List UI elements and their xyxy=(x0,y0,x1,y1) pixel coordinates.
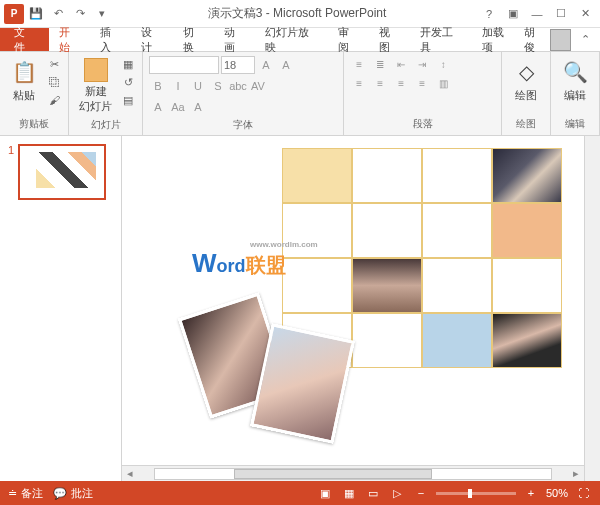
align-left-icon[interactable]: ≡ xyxy=(350,75,368,91)
help-icon[interactable]: ? xyxy=(478,3,500,25)
underline-button[interactable]: U xyxy=(189,77,207,95)
layout-icon[interactable]: ▦ xyxy=(120,56,136,72)
close-icon[interactable]: ✕ xyxy=(574,3,596,25)
tab-insert[interactable]: 插入 xyxy=(90,28,131,51)
maximize-icon[interactable]: ☐ xyxy=(550,3,572,25)
comments-button[interactable]: 💬批注 xyxy=(53,486,93,501)
justify-icon[interactable]: ≡ xyxy=(413,75,431,91)
grid-cell[interactable] xyxy=(422,203,492,258)
clear-format-button[interactable]: A xyxy=(189,98,207,116)
zoom-thumb[interactable] xyxy=(468,489,472,498)
zoom-slider[interactable] xyxy=(436,492,516,495)
tab-slideshow[interactable]: 幻灯片放映 xyxy=(255,28,328,51)
cut-icon[interactable]: ✂ xyxy=(46,56,62,72)
new-slide-button[interactable]: 新建 幻灯片 xyxy=(75,56,116,116)
notes-button[interactable]: ≐备注 xyxy=(8,486,43,501)
slide[interactable]: www.wordlm.com Word联盟 xyxy=(182,148,572,428)
drawing-button[interactable]: ◇ 绘图 xyxy=(508,56,544,105)
spacing-button[interactable]: AV xyxy=(249,77,267,95)
tab-review[interactable]: 审阅 xyxy=(328,28,369,51)
numbering-icon[interactable]: ≣ xyxy=(371,56,389,72)
scroll-right-icon[interactable]: ▸ xyxy=(568,466,584,482)
minimize-icon[interactable]: — xyxy=(526,3,548,25)
sorter-view-icon[interactable]: ▦ xyxy=(340,485,358,501)
ribbon-options-icon[interactable]: ▣ xyxy=(502,3,524,25)
fit-window-icon[interactable]: ⛶ xyxy=(574,485,592,501)
normal-view-icon[interactable]: ▣ xyxy=(316,485,334,501)
paste-button[interactable]: 📋 粘贴 xyxy=(6,56,42,105)
tab-developer[interactable]: 开发工具 xyxy=(410,28,472,51)
bold-button[interactable]: B xyxy=(149,77,167,95)
thumbnail-item[interactable]: 1 xyxy=(8,144,113,200)
case-button[interactable]: Aa xyxy=(169,98,187,116)
grid-photo[interactable] xyxy=(492,313,562,368)
slideshow-view-icon[interactable]: ▷ xyxy=(388,485,406,501)
indent-inc-icon[interactable]: ⇥ xyxy=(413,56,431,72)
group-label: 字体 xyxy=(149,118,337,132)
grid-cell[interactable] xyxy=(352,148,422,203)
user-avatar[interactable] xyxy=(550,29,571,51)
font-color-button[interactable]: A xyxy=(149,98,167,116)
zoom-in-icon[interactable]: + xyxy=(522,485,540,501)
grid-cell[interactable] xyxy=(282,148,352,203)
font-family-select[interactable] xyxy=(149,56,219,74)
shapes-icon: ◇ xyxy=(512,58,540,86)
strike-button[interactable]: S xyxy=(209,77,227,95)
qat-more-icon[interactable]: ▾ xyxy=(92,4,112,24)
tab-transitions[interactable]: 切换 xyxy=(173,28,214,51)
scroll-thumb[interactable] xyxy=(234,469,432,479)
bullets-icon[interactable]: ≡ xyxy=(350,56,368,72)
collapse-ribbon-icon[interactable]: ⌃ xyxy=(577,33,594,46)
section-icon[interactable]: ▤ xyxy=(120,92,136,108)
shadow-button[interactable]: abc xyxy=(229,77,247,95)
grid-photo[interactable] xyxy=(492,148,562,203)
file-tab[interactable]: 文件 xyxy=(0,28,49,51)
scroll-left-icon[interactable]: ◂ xyxy=(122,466,138,482)
grid-cell[interactable] xyxy=(422,313,492,368)
tab-view[interactable]: 视图 xyxy=(369,28,410,51)
shrink-font-icon[interactable]: A xyxy=(277,56,295,74)
zoom-value[interactable]: 50% xyxy=(546,487,568,499)
tab-home[interactable]: 开始 xyxy=(49,28,90,51)
canvas-area[interactable]: www.wordlm.com Word联盟 ◂ ▸ xyxy=(122,136,584,481)
editing-button[interactable]: 🔍 编辑 xyxy=(557,56,593,105)
zoom-out-icon[interactable]: − xyxy=(412,485,430,501)
app-icon[interactable]: P xyxy=(4,4,24,24)
watermark-cn: 联盟 xyxy=(246,254,286,276)
grid-cell[interactable] xyxy=(492,203,562,258)
group-label: 段落 xyxy=(350,117,495,131)
scroll-track[interactable] xyxy=(154,468,552,480)
grow-font-icon[interactable]: A xyxy=(257,56,275,74)
ribbon-tabs: 文件 开始 插入 设计 切换 动画 幻灯片放映 审阅 视图 开发工具 加载项 胡… xyxy=(0,28,600,52)
reset-icon[interactable]: ↺ xyxy=(120,74,136,90)
watermark-ord: ord xyxy=(217,256,246,276)
grid-cell[interactable] xyxy=(492,258,562,313)
tab-design[interactable]: 设计 xyxy=(131,28,172,51)
tab-addins[interactable]: 加载项 xyxy=(472,28,524,51)
grid-cell[interactable] xyxy=(422,258,492,313)
format-painter-icon[interactable]: 🖌 xyxy=(46,92,62,108)
user-name[interactable]: 胡俊 xyxy=(524,25,545,55)
italic-button[interactable]: I xyxy=(169,77,187,95)
redo-icon[interactable]: ↷ xyxy=(70,4,90,24)
line-spacing-icon[interactable]: ↕ xyxy=(434,56,452,72)
indent-dec-icon[interactable]: ⇤ xyxy=(392,56,410,72)
vertical-scrollbar[interactable] xyxy=(584,136,600,481)
grid-cell[interactable] xyxy=(352,313,422,368)
grid-cell[interactable] xyxy=(282,258,352,313)
font-size-select[interactable]: 18 xyxy=(221,56,255,74)
reading-view-icon[interactable]: ▭ xyxy=(364,485,382,501)
grid-cell[interactable] xyxy=(352,203,422,258)
columns-icon[interactable]: ▥ xyxy=(434,75,452,91)
grid-photo[interactable] xyxy=(352,258,422,313)
grid-cell[interactable] xyxy=(282,203,352,258)
undo-icon[interactable]: ↶ xyxy=(48,4,68,24)
horizontal-scrollbar[interactable]: ◂ ▸ xyxy=(122,465,584,481)
align-center-icon[interactable]: ≡ xyxy=(371,75,389,91)
copy-icon[interactable]: ⿻ xyxy=(46,74,62,90)
save-icon[interactable]: 💾 xyxy=(26,4,46,24)
group-paragraph: ≡ ≣ ⇤ ⇥ ↕ ≡ ≡ ≡ ≡ ▥ 段落 xyxy=(344,52,502,135)
grid-cell[interactable] xyxy=(422,148,492,203)
tab-animations[interactable]: 动画 xyxy=(214,28,255,51)
align-right-icon[interactable]: ≡ xyxy=(392,75,410,91)
